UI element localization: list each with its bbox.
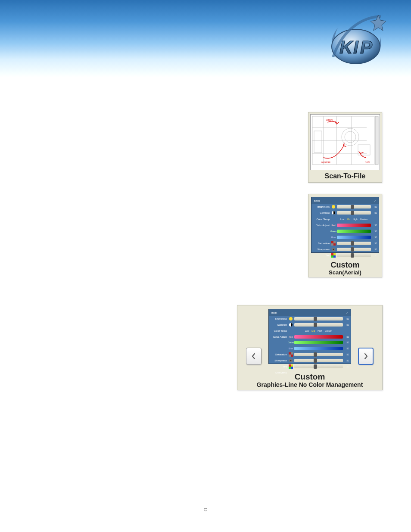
logo-letter-k: K bbox=[339, 37, 354, 57]
tile-custom-scan-label: Custom Scan(Aerial) bbox=[308, 261, 382, 276]
svg-rect-11 bbox=[358, 145, 370, 155]
tile-custom-wide-label: Custom Graphics-Line No Color Management bbox=[237, 373, 382, 388]
tile-custom-scan-aerial[interactable]: Back ✓ Brightness50 Contrast50 Color Tem… bbox=[308, 194, 382, 277]
svg-text:confirm: confirm bbox=[321, 160, 330, 164]
svg-rect-30 bbox=[289, 352, 291, 355]
svg-rect-25 bbox=[333, 253, 336, 255]
svg-point-10 bbox=[345, 131, 356, 143]
logo-letter-p: P bbox=[360, 37, 373, 57]
prev-button[interactable] bbox=[246, 348, 262, 365]
control-panel-small: Back ✓ Brightness50 Contrast50 Color Tem… bbox=[311, 197, 379, 253]
svg-rect-39 bbox=[291, 367, 293, 369]
svg-rect-21 bbox=[333, 243, 336, 246]
logo-letter-i: I bbox=[353, 37, 359, 57]
next-button[interactable] bbox=[358, 348, 374, 365]
tile-scan-label: Scan-To-File bbox=[308, 172, 382, 180]
svg-rect-20 bbox=[331, 243, 333, 246]
svg-rect-27 bbox=[333, 255, 336, 258]
svg-text:note: note bbox=[365, 160, 370, 164]
banner-divider bbox=[0, 77, 411, 78]
svg-rect-31 bbox=[291, 352, 293, 355]
svg-rect-37 bbox=[291, 364, 293, 367]
svg-point-23 bbox=[333, 249, 334, 250]
panel-back: Back bbox=[314, 199, 320, 202]
svg-rect-19 bbox=[333, 241, 336, 243]
tile-scan-to-file[interactable]: check confirm note Scan-To-File bbox=[308, 112, 382, 183]
svg-rect-36 bbox=[289, 364, 291, 367]
panel-top-bar-2: Back ✓ bbox=[269, 309, 351, 316]
svg-point-16 bbox=[332, 205, 335, 208]
svg-rect-24 bbox=[331, 253, 333, 255]
panel-top-bar: Back ✓ bbox=[311, 197, 379, 204]
svg-point-35 bbox=[290, 360, 292, 361]
svg-point-28 bbox=[289, 317, 293, 320]
tile-custom-graphics-line[interactable]: Back ✓ Brightness50 Contrast50 Color Tem… bbox=[237, 305, 383, 390]
kip-logo: K I P bbox=[325, 13, 389, 69]
svg-rect-32 bbox=[289, 355, 291, 357]
panel-check: ✓ bbox=[374, 199, 376, 202]
svg-rect-18 bbox=[331, 241, 333, 243]
chevron-right-icon bbox=[364, 353, 368, 359]
svg-rect-38 bbox=[289, 367, 291, 369]
svg-rect-33 bbox=[291, 355, 293, 357]
svg-rect-2 bbox=[375, 116, 378, 165]
svg-rect-12 bbox=[314, 131, 322, 152]
scan-preview: check confirm note bbox=[310, 114, 380, 170]
svg-text:check: check bbox=[326, 118, 333, 121]
chevron-left-icon bbox=[252, 353, 256, 359]
svg-rect-26 bbox=[331, 255, 333, 258]
control-panel-large: Back ✓ Brightness50 Contrast50 Color Tem… bbox=[268, 309, 351, 364]
footer-copyright: © bbox=[0, 507, 411, 512]
